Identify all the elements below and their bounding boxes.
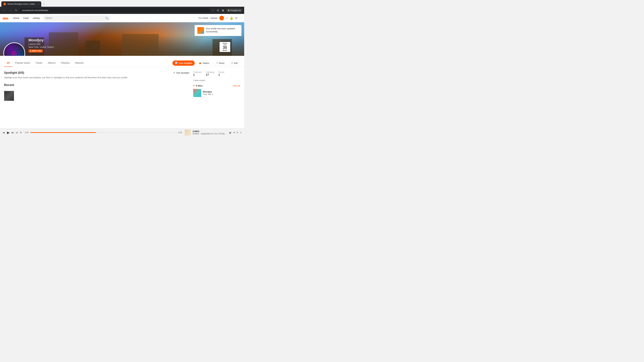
player-thumbnail[interactable] xyxy=(185,130,191,136)
svg-rect-0 xyxy=(3,18,3,19)
followers-stat: Followers 1 xyxy=(193,71,202,76)
content-sidebar: Followers 1 Following 17 Tracks 1 xyxy=(193,71,240,102)
edit-spotlight-label: Edit Spotlight xyxy=(176,71,189,74)
nav-library[interactable]: Library xyxy=(33,16,40,20)
tab-favicon: S xyxy=(3,3,6,5)
spotlight-header: Spotlight (0/5) ✏ Edit Spotlight xyxy=(4,71,189,75)
tab-close-button[interactable]: × xyxy=(38,3,39,5)
tab-playlists[interactable]: Playlists xyxy=(58,59,72,67)
svg-rect-5 xyxy=(5,18,6,19)
upload-button[interactable]: Upload xyxy=(210,17,217,19)
tab-albums[interactable]: Albums xyxy=(45,59,58,67)
nav-home[interactable]: Home xyxy=(13,16,19,20)
toast-thumbnail xyxy=(198,27,204,34)
nav-feed[interactable]: Feed xyxy=(23,16,29,20)
back-button[interactable]: ← xyxy=(2,8,7,12)
forward-button[interactable]: → xyxy=(8,8,13,12)
svg-rect-8 xyxy=(7,17,7,19)
tab-popular-tracks[interactable]: Popular tracks xyxy=(12,59,33,67)
svg-rect-1 xyxy=(3,17,4,19)
profile-banner: SPEED LIMIT 35 MILES CITYWALK Moodjoy La… xyxy=(0,22,244,56)
previous-button[interactable]: ⏮ xyxy=(3,131,5,134)
progress-fill xyxy=(30,132,96,133)
extensions-button[interactable]: ⊞ xyxy=(216,8,220,12)
notifications-bell-icon[interactable]: 🔔 xyxy=(230,16,233,19)
player-bar: ⏮ ▶ ⏭ ⇄ ↻ 1:50 2:36 JAMES JAMES - Septem… xyxy=(0,128,244,137)
next-pro-badge[interactable]: ★ NEXT PRO xyxy=(28,49,43,52)
search-input[interactable] xyxy=(46,17,104,19)
play-button[interactable]: ▶ xyxy=(7,131,10,135)
bookmark-button[interactable]: ☆ xyxy=(211,8,215,12)
main-nav: Home Feed Library xyxy=(13,16,40,20)
tab-tracks[interactable]: Tracks xyxy=(33,59,45,67)
browser-chrome: S Stream Moodjoy music | Listen... × + ←… xyxy=(0,0,244,14)
view-all-link[interactable]: View all xyxy=(232,84,240,87)
content-area: Spotlight (0/5) ✏ Edit Spotlight Highlig… xyxy=(0,67,244,128)
following-value[interactable]: 17 xyxy=(206,73,214,76)
sidebar-mix: Moodjoy Your Mix 1 xyxy=(193,89,240,97)
tab-all[interactable]: All xyxy=(4,59,12,67)
tab-title: Stream Moodjoy music | Listen... xyxy=(8,3,36,5)
player-volume-button[interactable]: 🔊 xyxy=(229,131,232,134)
user-avatar[interactable] xyxy=(219,16,224,20)
chevron-down-icon[interactable]: ▼ xyxy=(226,17,228,19)
player-repost-button[interactable]: ↻ xyxy=(236,131,238,134)
player-artist: JAMES xyxy=(192,130,226,133)
profile-name-section: Moodjoy Lauren Deli New York, United Sta… xyxy=(28,38,54,52)
current-time: 1:50 xyxy=(25,131,28,134)
tab-reposts[interactable]: Reposts xyxy=(72,59,86,67)
address-bar[interactable]: soundcloud.com/a24beaba xyxy=(20,8,210,12)
new-tab-button[interactable]: + xyxy=(42,2,46,6)
speed-limit-sign: SPEED LIMIT 35 MILES xyxy=(219,41,231,52)
sc-logo[interactable] xyxy=(3,17,8,19)
soundcloud-logo-icon xyxy=(3,17,8,19)
active-tab[interactable]: S Stream Moodjoy music | Listen... × xyxy=(1,1,41,7)
your-insights-button[interactable]: 📊 Your Insights xyxy=(172,60,195,66)
mix-thumbnail[interactable] xyxy=(193,89,201,97)
share-icon: ↗ xyxy=(216,62,218,64)
main-content: Spotlight (0/5) ✏ Edit Spotlight Highlig… xyxy=(0,67,244,128)
profile-stats: Followers 1 Following 17 Tracks 1 xyxy=(193,71,240,76)
tab-bar: S Stream Moodjoy music | Listen... × + xyxy=(0,0,244,7)
app-header: Home Feed Library 🔍 For Artists Upload ▼… xyxy=(0,14,244,22)
track-thumbnail xyxy=(4,91,14,101)
track-item xyxy=(4,89,189,102)
search-box[interactable]: 🔍 xyxy=(43,15,110,21)
player-like-button[interactable]: ♥ xyxy=(234,131,235,134)
repeat-button[interactable]: ↻ xyxy=(20,131,22,134)
player-queue-button[interactable]: ≡ xyxy=(240,131,242,134)
share-label: Share xyxy=(219,62,224,64)
svg-rect-7 xyxy=(6,18,6,19)
profile-actions: 📊 Your Insights 📻 Station ↗ Share ✏ Edit xyxy=(172,60,240,66)
followers-value[interactable]: 1 xyxy=(193,73,202,76)
mix-title: Your Mix 1 xyxy=(203,93,213,95)
shuffle-button[interactable]: ⇄ xyxy=(16,131,18,134)
svg-rect-6 xyxy=(6,17,6,19)
svg-rect-9 xyxy=(7,18,8,19)
share-button[interactable]: ↗ Share xyxy=(214,60,227,66)
edit-spotlight-icon: ✏ xyxy=(174,71,175,74)
mix-artist: Moodjoy xyxy=(203,90,213,93)
tracks-value[interactable]: 1 xyxy=(218,73,224,76)
sidebar-button[interactable]: ▣ xyxy=(221,8,225,12)
more-options-icon[interactable]: ··· xyxy=(239,16,242,19)
incognito-label: Incognito (2) xyxy=(230,9,241,11)
edit-icon: ✏ xyxy=(231,62,233,64)
progress-bar[interactable] xyxy=(30,132,176,133)
edit-button[interactable]: ✏ Edit xyxy=(229,60,240,66)
edit-spotlight-button[interactable]: ✏ Edit Spotlight xyxy=(174,71,189,74)
recent-title: Recent xyxy=(4,83,189,87)
next-button[interactable]: ⏭ xyxy=(12,131,14,134)
incognito-icon: 🕵 xyxy=(228,9,230,11)
heart-icon: ♥ xyxy=(193,84,194,87)
tracks-stat: Tracks 1 xyxy=(218,71,224,76)
progress-area: 1:50 2:36 xyxy=(25,131,182,134)
browser-toolbar: ← → ↻ soundcloud.com/a24beaba ☆ ⊞ ▣ 🕵 In… xyxy=(0,7,244,14)
profile-nav: All Popular tracks Tracks Albums Playlis… xyxy=(0,57,244,67)
for-artists-link[interactable]: For Artists xyxy=(198,17,208,19)
messages-icon[interactable]: ✉ xyxy=(235,16,237,19)
profile-location: New York, United States xyxy=(28,46,54,48)
station-button[interactable]: 📻 Station xyxy=(196,60,212,66)
refresh-button[interactable]: ↻ xyxy=(14,8,18,12)
profile-avatar[interactable]: CITYWALK xyxy=(3,42,25,56)
